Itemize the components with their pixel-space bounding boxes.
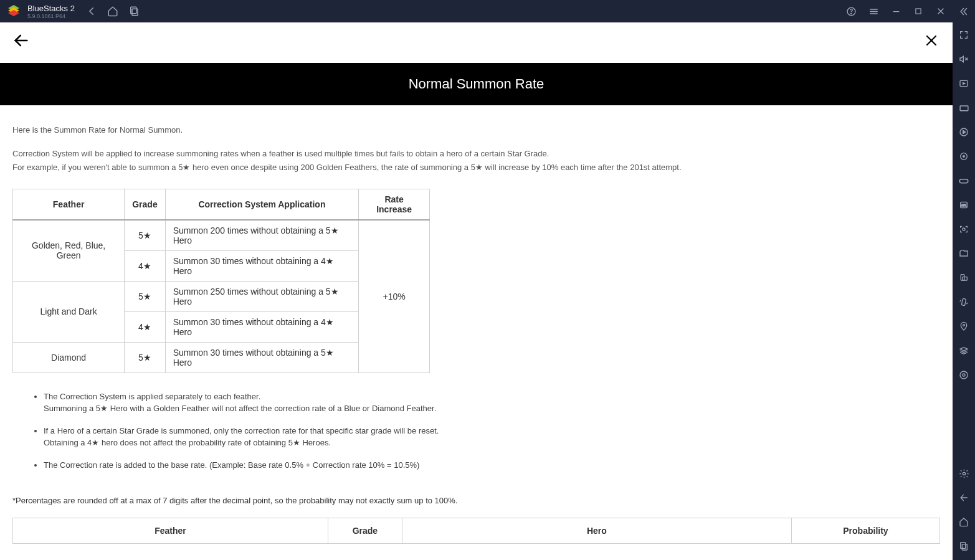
correction-table: Feather Grade Correction System Applicat… <box>12 189 430 373</box>
svg-marker-20 <box>963 83 965 85</box>
location-icon[interactable] <box>958 320 970 333</box>
nav-home-icon[interactable] <box>107 6 118 17</box>
apk-install-icon[interactable]: APK <box>958 199 970 211</box>
cell-feather: Diamond <box>13 342 125 373</box>
svg-rect-21 <box>960 105 968 110</box>
intro-text: Here is the Summon Rate for Normal Summo… <box>12 124 940 136</box>
page-title-banner: Normal Summon Rate <box>0 63 953 105</box>
app-close-icon[interactable] <box>924 33 939 52</box>
title-nav-group <box>86 6 140 17</box>
svg-line-36 <box>960 300 961 301</box>
svg-rect-11 <box>916 9 921 14</box>
app-viewport: Normal Summon Rate Here is the Summon Ra… <box>0 22 953 560</box>
svg-point-42 <box>963 472 965 475</box>
col-grade: Grade <box>125 189 165 220</box>
collapse-sidebar-icon[interactable] <box>958 6 969 17</box>
desc-line-2: For example, if you weren't able to summ… <box>12 161 940 174</box>
svg-point-40 <box>963 374 965 376</box>
notes-list: The Correction System is applied separat… <box>44 391 940 472</box>
screenshot-icon[interactable] <box>958 223 970 235</box>
rates-col-grade: Grade <box>328 518 402 544</box>
nav-recents-icon[interactable] <box>128 6 140 17</box>
help-icon[interactable] <box>845 6 857 17</box>
list-item: The Correction rate is added to the base… <box>44 459 940 472</box>
footnote: *Percentages are rounded off at a max of… <box>12 496 940 505</box>
svg-marker-26 <box>963 130 966 133</box>
svg-line-41 <box>966 372 966 373</box>
desc-line-1: Correction System will be applied to inc… <box>12 148 940 160</box>
svg-rect-35 <box>961 298 966 306</box>
app-version: 5.9.0.1061 P64 <box>27 13 75 19</box>
cell-application: Summon 30 times without obtaining a 5★ H… <box>165 342 358 373</box>
toolbar-recents-icon[interactable] <box>958 540 970 553</box>
eco-mode-icon[interactable] <box>958 369 970 381</box>
svg-point-38 <box>963 325 965 326</box>
toolbar-back-icon[interactable] <box>958 491 970 504</box>
svg-rect-34 <box>963 277 967 280</box>
cell-grade: 5★ <box>125 220 165 251</box>
menu-icon[interactable] <box>868 6 879 17</box>
svg-point-6 <box>850 13 851 14</box>
keyboard-icon[interactable] <box>958 102 970 114</box>
cell-application: Summon 30 times without obtaining a 4★ H… <box>165 250 358 281</box>
list-item: The Correction System is applied separat… <box>44 391 940 415</box>
cell-grade: 4★ <box>125 311 165 342</box>
rotate-icon[interactable] <box>958 272 970 284</box>
col-feather: Feather <box>13 189 125 220</box>
app-name: BlueStacks 2 <box>27 4 75 13</box>
window-title-bar: BlueStacks 2 5.9.0.1061 P64 <box>0 0 975 22</box>
macro-record-icon[interactable] <box>958 126 970 138</box>
volume-icon[interactable] <box>958 53 970 65</box>
keymap-icon[interactable] <box>958 77 970 90</box>
settings-icon[interactable] <box>958 467 970 480</box>
svg-rect-29 <box>959 179 968 183</box>
svg-point-32 <box>963 228 965 230</box>
title-text-block: BlueStacks 2 5.9.0.1061 P64 <box>27 4 75 19</box>
toolbar-home-icon[interactable] <box>958 516 970 528</box>
cell-grade: 4★ <box>125 250 165 281</box>
col-rate: Rate Increase <box>359 189 430 220</box>
col-application: Correction System Application <box>165 189 358 220</box>
minimize-icon[interactable] <box>890 6 901 17</box>
cell-feather: Golden, Red, Blue, Green <box>13 220 125 282</box>
svg-rect-3 <box>131 7 136 14</box>
cell-application: Summon 30 times without obtaining a 4★ H… <box>165 311 358 342</box>
close-icon[interactable] <box>935 6 946 17</box>
svg-text:APK: APK <box>961 204 966 207</box>
table-row: Golden, Red, Blue, Green 5★ Summon 200 t… <box>13 220 430 251</box>
fullscreen-icon[interactable] <box>958 29 970 41</box>
app-back-arrow-icon[interactable] <box>12 32 30 54</box>
maximize-icon[interactable] <box>913 6 924 17</box>
page-body[interactable]: Here is the Summon Rate for Normal Summo… <box>0 105 953 560</box>
nav-back-icon[interactable] <box>86 6 97 17</box>
shake-icon[interactable] <box>958 296 970 308</box>
gamepad-icon[interactable] <box>958 174 970 187</box>
cell-grade: 5★ <box>125 342 165 373</box>
sync-icon[interactable] <box>958 150 970 163</box>
cell-application: Summon 200 times without obtaining a 5★ … <box>165 220 358 251</box>
cell-rate: +10% <box>359 220 430 373</box>
svg-line-37 <box>967 303 968 303</box>
list-item: If a Hero of a certain Star Grade is sum… <box>44 425 940 449</box>
media-folder-icon[interactable] <box>958 247 970 260</box>
multi-instance-icon[interactable] <box>958 344 970 357</box>
cell-feather: Light and Dark <box>13 281 125 342</box>
rates-table: Feather Grade Hero Probability <box>12 518 940 544</box>
page-title: Normal Summon Rate <box>409 76 545 92</box>
bluestacks-logo-icon <box>6 4 21 19</box>
svg-point-28 <box>963 156 965 158</box>
svg-rect-44 <box>961 543 966 548</box>
app-header <box>0 22 953 63</box>
window-controls <box>845 6 969 17</box>
rates-col-probability: Probability <box>791 518 939 544</box>
cell-grade: 5★ <box>125 281 165 311</box>
svg-rect-45 <box>962 544 967 550</box>
side-toolbar: APK <box>953 22 975 560</box>
rates-col-feather: Feather <box>13 518 328 544</box>
cell-application: Summon 250 times without obtaining a 5★ … <box>165 281 358 311</box>
svg-rect-4 <box>132 9 138 16</box>
rates-col-hero: Hero <box>402 518 791 544</box>
